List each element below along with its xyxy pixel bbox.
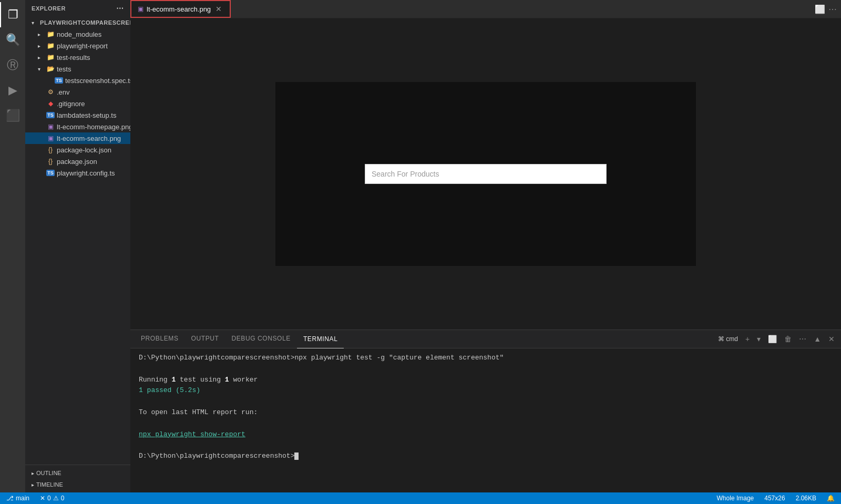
git-branch-label: main: [16, 495, 29, 502]
filesize-status[interactable]: 2.06KB: [794, 495, 818, 502]
panel-tab-problems[interactable]: PROBLEMS: [135, 330, 185, 348]
outline-label: OUTLINE: [36, 470, 61, 476]
terminal-line-blank-1: [139, 364, 833, 375]
search-activity-icon[interactable]: 🔍: [0, 27, 25, 53]
active-tab[interactable]: ▣ lt-ecomm-search.png ✕: [130, 0, 231, 18]
env-label: .env: [57, 88, 70, 96]
sidebar-root-folder[interactable]: ▾ PLAYWRIGHTCOMPARESCREEEN...: [25, 17, 130, 28]
terminal-line-prompt2: D:\Python\playwrightcomparescreenshot>: [139, 451, 833, 462]
terminal-line-show-report[interactable]: npx playwright show-report: [139, 429, 833, 440]
sidebar-item-lambdatest-setup[interactable]: TS lambdatest-setup.ts: [25, 109, 130, 121]
sidebar-item-lt-ecomm-search[interactable]: ▣ lt-ecomm-search.png: [25, 132, 130, 144]
more-options-icon[interactable]: ⋯: [116, 4, 124, 13]
error-icon: ✕: [40, 495, 45, 502]
warnings-count: 0: [61, 495, 65, 502]
git-activity-icon[interactable]: Ⓡ: [0, 53, 25, 78]
panel-tab-debug-console[interactable]: DEBUG CONSOLE: [225, 330, 297, 348]
sidebar-header: Explorer ⋯: [25, 0, 130, 17]
outline-arrow: ▸: [32, 470, 34, 476]
sidebar-item-lt-ecomm-homepage[interactable]: ▣ lt-ecomm-homepage.png: [25, 121, 130, 132]
terminal-prompt: D:\Python\playwrightcomparescreenshot>np…: [139, 354, 504, 362]
lt-ecomm-search-label: lt-ecomm-search.png: [57, 135, 121, 142]
report-hint-text: To open last HTML report run:: [139, 408, 258, 416]
package-json-label: package.json: [57, 158, 97, 166]
sidebar-item-playwright-config[interactable]: TS playwright.config.ts: [25, 167, 130, 179]
split-terminal-icon[interactable]: ⬜: [766, 334, 779, 344]
dimension-status[interactable]: 457x26: [762, 495, 787, 502]
timeline-panel[interactable]: ▸ TIMELINE: [25, 479, 130, 490]
sidebar-item-playwright-report[interactable]: ▸ 📁 playwright-report: [25, 40, 130, 52]
sidebar-item-testscreenshot[interactable]: TS testscreenshot.spec.ts: [25, 75, 130, 86]
lt-ecomm-homepage-label: lt-ecomm-homepage.png: [57, 123, 130, 131]
show-report-link[interactable]: npx playwright show-report: [139, 430, 245, 438]
sidebar-item-package-lock[interactable]: {} package-lock.json: [25, 144, 130, 156]
debug-activity-icon[interactable]: ▶: [0, 78, 25, 103]
errors-count: 0: [47, 495, 51, 502]
tab-png-icon: ▣: [138, 5, 143, 13]
node-modules-label: node_modules: [57, 30, 101, 38]
running-text: Running 1 test using 1 worker: [139, 376, 258, 384]
filesize-label: 2.06KB: [796, 495, 816, 502]
sidebar-item-gitignore[interactable]: ◆ .gitignore: [25, 98, 130, 109]
sidebar-item-tests[interactable]: ▾ 📂 tests: [25, 63, 130, 75]
panel-tab-output[interactable]: OUTPUT: [185, 330, 225, 348]
sidebar-item-test-results[interactable]: ▸ 📁 test-results: [25, 52, 130, 63]
terminal-line-1: D:\Python\playwrightcomparescreenshot>np…: [139, 353, 833, 364]
playwright-report-arrow: ▸: [38, 43, 46, 49]
panel-tab-terminal[interactable]: TERMINAL: [297, 330, 344, 348]
bell-icon: 🔔: [827, 495, 835, 502]
explorer-activity-icon[interactable]: ❐: [0, 2, 25, 27]
terminal-cmd-label: ⌘ cmd: [716, 334, 740, 344]
gitignore-label: .gitignore: [57, 100, 85, 108]
ts-icon: TS: [46, 111, 55, 119]
whole-image-status[interactable]: Whole Image: [715, 495, 756, 502]
editor-area: Search For Products: [130, 18, 841, 330]
whole-image-label: Whole Image: [717, 495, 754, 502]
ts-icon: TS: [46, 169, 55, 177]
sidebar-title: Explorer: [32, 5, 66, 12]
sidebar-item-env[interactable]: ⚙ .env: [25, 86, 130, 98]
outline-panel[interactable]: ▸ OUTLINE: [25, 467, 130, 479]
env-icon: ⚙: [46, 88, 55, 96]
playwright-config-label: playwright.config.ts: [57, 169, 115, 177]
ts-icon: TS: [55, 76, 63, 85]
kill-terminal-icon[interactable]: 🗑: [782, 334, 794, 344]
folder-icon: 📁: [46, 30, 55, 38]
more-actions-icon[interactable]: ⋯: [828, 4, 837, 14]
terminal-content: D:\Python\playwrightcomparescreenshot>np…: [130, 348, 841, 492]
terminal-chevron-icon[interactable]: ▾: [755, 334, 763, 344]
test-results-arrow: ▸: [38, 55, 46, 60]
passed-text: 1 passed (5.2s): [139, 386, 200, 394]
package-lock-label: package-lock.json: [57, 146, 111, 154]
tab-bar: ▣ lt-ecomm-search.png ✕ ⬜ ⋯: [130, 0, 841, 18]
tab-label: lt-ecomm-search.png: [147, 5, 211, 13]
split-editor-icon[interactable]: ⬜: [815, 4, 825, 14]
close-panel-icon[interactable]: ✕: [826, 334, 837, 344]
new-terminal-icon[interactable]: +: [743, 334, 752, 344]
tab-bar-right: ⬜ ⋯: [815, 0, 841, 18]
lambdatest-setup-label: lambdatest-setup.ts: [57, 111, 116, 119]
panel-tab-right: ⌘ cmd + ▾ ⬜ 🗑 ⋯ ▲ ✕: [716, 334, 837, 344]
notifications-status[interactable]: 🔔: [825, 495, 837, 502]
folder-icon: 📁: [46, 53, 55, 61]
sidebar-item-node-modules[interactable]: ▸ 📁 node_modules: [25, 28, 130, 40]
maximize-panel-icon[interactable]: ▲: [812, 334, 823, 344]
tab-close-button[interactable]: ✕: [214, 4, 223, 14]
testscreenshot-label: testscreenshot.spec.ts: [65, 77, 130, 85]
git-branch-icon: ⎇: [6, 495, 14, 502]
tests-arrow: ▾: [38, 66, 46, 72]
git-icon: ◆: [46, 99, 55, 108]
git-branch-status[interactable]: ⎇ main: [4, 495, 32, 502]
sidebar-content: ▾ PLAYWRIGHTCOMPARESCREEEN... ▸ 📁 node_m…: [25, 17, 130, 465]
content-area: ▣ lt-ecomm-search.png ✕ ⬜ ⋯: [130, 0, 841, 492]
sidebar-item-package-json[interactable]: {} package.json: [25, 156, 130, 167]
extensions-activity-icon[interactable]: ⬛: [0, 103, 25, 128]
dimension-label: 457x26: [764, 495, 785, 502]
png-icon: ▣: [46, 122, 55, 131]
errors-status[interactable]: ✕ 0 ⚠ 0: [38, 495, 66, 502]
activity-bar: ❐ 🔍 Ⓡ ▶ ⬛: [0, 0, 25, 492]
terminal-line-report-hint: To open last HTML report run:: [139, 407, 833, 418]
terminal-line-running: Running 1 test using 1 worker: [139, 375, 833, 386]
timeline-arrow: ▸: [32, 482, 34, 488]
more-terminal-icon[interactable]: ⋯: [797, 334, 808, 344]
